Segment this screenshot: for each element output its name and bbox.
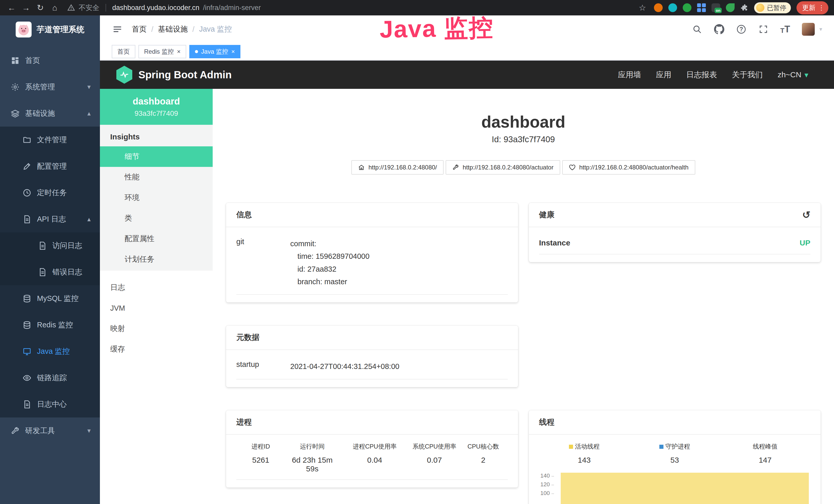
kebab-menu-icon[interactable]: ⋮ xyxy=(818,4,825,12)
nav-journal[interactable]: 日志报表 xyxy=(686,70,717,80)
extensions-puzzle-icon[interactable] xyxy=(740,4,748,12)
breadcrumb-infrastructure[interactable]: 基础设施 xyxy=(158,24,188,35)
leaf-extension-icon[interactable] xyxy=(726,3,734,12)
hamburger-icon[interactable] xyxy=(112,24,123,35)
sba-item-classes[interactable]: 类 xyxy=(100,208,213,229)
sidebar-item-home[interactable]: 首页 xyxy=(0,47,100,74)
avatar-caret-icon[interactable]: ▾ xyxy=(819,26,822,32)
sba-item-jvm[interactable]: JVM xyxy=(100,298,213,318)
health-instance-row: Instance UP xyxy=(539,230,811,254)
health-url-link[interactable]: http://192.168.0.2:48080/actuator/health xyxy=(562,160,695,175)
sidebar-item-java-monitor[interactable]: Java 监控 xyxy=(0,338,100,365)
sidebar-item-config-mgmt[interactable]: 配置管理 xyxy=(0,153,100,180)
sidebar-item-redis-monitor[interactable]: Redis 监控 xyxy=(0,312,100,338)
nav-applications[interactable]: 应用 xyxy=(656,70,671,80)
fullscreen-icon[interactable] xyxy=(758,24,768,35)
status-badge: UP xyxy=(799,238,810,247)
sidebar-item-error-logs[interactable]: 错误日志 xyxy=(0,259,100,285)
tab-redis-monitor[interactable]: Redis 监控 × xyxy=(138,45,186,58)
sidebar-item-tracing[interactable]: 链路追踪 xyxy=(0,365,100,391)
home-icon[interactable]: ⌂ xyxy=(49,2,61,14)
sba-item-scheduled-tasks[interactable]: 计划任务 xyxy=(100,249,213,270)
bookmark-star-icon[interactable]: ☆ xyxy=(636,2,648,14)
breadcrumb-current: Java 监控 xyxy=(199,24,232,35)
health-card: 健康 ↺ Instance UP xyxy=(529,203,821,262)
sidebar-item-log-center[interactable]: 日志中心 xyxy=(0,391,100,417)
col-header: CPU核心数 xyxy=(459,442,507,451)
url-path: /infra/admin-server xyxy=(203,4,261,12)
sidebar-item-infrastructure[interactable]: 基础设施 ▴ xyxy=(0,100,100,127)
reload-icon[interactable]: ↻ xyxy=(35,2,46,14)
sba-item-logs[interactable]: 日志 xyxy=(100,277,213,298)
tab-label: Redis 监控 xyxy=(144,47,174,56)
sba-item-environment[interactable]: 环境 xyxy=(100,187,213,208)
sidebar-item-mysql-monitor[interactable]: MySQL 监控 xyxy=(0,285,100,312)
sidebar-item-label: 研发工具 xyxy=(25,426,55,436)
back-icon[interactable]: ← xyxy=(6,2,18,14)
history-icon[interactable]: ↺ xyxy=(802,210,810,220)
help-icon[interactable]: ? xyxy=(736,24,746,35)
y-axis-tick: 140 xyxy=(539,473,554,479)
adblock-extension-icon[interactable]: on xyxy=(711,3,720,12)
chrome-update-button[interactable]: 更新 ⋮ xyxy=(796,1,828,15)
threads-chart-area xyxy=(561,473,809,504)
sba-item-metrics[interactable]: 性能 xyxy=(100,167,213,187)
sidebar-item-label: API 日志 xyxy=(37,214,66,224)
nav-about[interactable]: 关于我们 xyxy=(732,70,763,80)
admin-menu: 首页 系统管理 ▾ 基础设施 ▴ 文件管理 配置管理 xyxy=(0,47,100,444)
sba-item-mappings[interactable]: 映射 xyxy=(100,318,213,339)
app-logo[interactable]: 芋道管理系统 xyxy=(0,16,100,44)
close-icon[interactable]: × xyxy=(177,48,180,55)
sba-brand[interactable]: Spring Boot Admin xyxy=(116,66,232,84)
sidebar-item-api-logs[interactable]: API 日志 ▴ xyxy=(0,206,100,232)
col-header: 进程ID xyxy=(236,442,285,451)
sba-item-config-props[interactable]: 配置属性 xyxy=(100,229,213,249)
legend-live-threads: 活动线程 xyxy=(539,442,630,451)
threads-legend: 活动线程 守护进程 线程峰值 xyxy=(539,437,811,454)
sidebar-item-dev-tools[interactable]: 研发工具 ▾ xyxy=(0,417,100,444)
service-url-link[interactable]: http://192.168.0.2:48080/ xyxy=(351,160,444,175)
insights-group-label: Insights xyxy=(100,125,213,146)
insights-group: Insights 细节 性能 环境 类 配置属性 计划任务 xyxy=(100,125,213,271)
search-icon[interactable] xyxy=(692,24,702,35)
git-branch-line: branch: master xyxy=(290,275,370,288)
sba-item-details[interactable]: 细节 xyxy=(100,146,213,167)
actuator-url-link[interactable]: http://192.168.0.2:48080/actuator xyxy=(446,160,560,175)
avatar[interactable] xyxy=(802,23,815,36)
extension-grid-icon[interactable] xyxy=(697,3,706,12)
chevron-down-icon: ▾ xyxy=(87,427,91,435)
heart-icon xyxy=(569,164,576,171)
sidebar-item-scheduled-jobs[interactable]: 定时任务 xyxy=(0,180,100,206)
nav-wallboard[interactable]: 应用墙 xyxy=(618,70,641,80)
address-bar[interactable]: 不安全 dashboard.yudao.iocoder.cn /infra/ad… xyxy=(67,3,634,12)
breadcrumb-home[interactable]: 首页 xyxy=(132,24,147,35)
tab-java-monitor[interactable]: Java 监控 × xyxy=(189,45,240,58)
extension-orange-icon[interactable] xyxy=(654,3,663,12)
folder-icon xyxy=(23,136,31,144)
github-icon[interactable] xyxy=(714,24,724,35)
tab-home[interactable]: 首页 xyxy=(112,45,135,58)
app-title: 芋道管理系统 xyxy=(37,24,85,35)
warning-icon xyxy=(67,4,75,12)
extension-green-icon[interactable] xyxy=(683,3,692,12)
legend-daemon-threads: 守护进程 xyxy=(630,442,720,451)
font-size-icon[interactable]: TT xyxy=(780,24,790,35)
close-icon[interactable]: × xyxy=(231,48,235,55)
instance-name: dashboard xyxy=(133,96,180,107)
profile-paused-chip[interactable]: 已暂停 xyxy=(754,2,791,13)
locale-select[interactable]: zh~CN ▾ xyxy=(777,70,808,79)
daemon-threads-value: 53 xyxy=(630,456,720,464)
process-card-title: 进程 xyxy=(226,410,518,435)
sidebar-item-file-mgmt[interactable]: 文件管理 xyxy=(0,127,100,153)
instance-header[interactable]: dashboard 93a3fc7f7409 xyxy=(100,89,213,125)
peak-threads-value: 147 xyxy=(720,456,810,464)
sba-body: dashboard 93a3fc7f7409 Insights 细节 性能 环境… xyxy=(100,89,834,504)
sidebar-item-access-logs[interactable]: 访问日志 xyxy=(0,232,100,259)
forward-icon[interactable]: → xyxy=(20,2,32,14)
gear-icon xyxy=(11,83,20,91)
extension-teal-icon[interactable] xyxy=(668,3,677,12)
sidebar-item-label: 系统管理 xyxy=(25,82,55,92)
info-card: 信息 git commit: time: 1596289704000 id: 2… xyxy=(226,203,518,302)
sidebar-item-system-mgmt[interactable]: 系统管理 ▾ xyxy=(0,74,100,100)
sba-item-caches[interactable]: 缓存 xyxy=(100,339,213,360)
